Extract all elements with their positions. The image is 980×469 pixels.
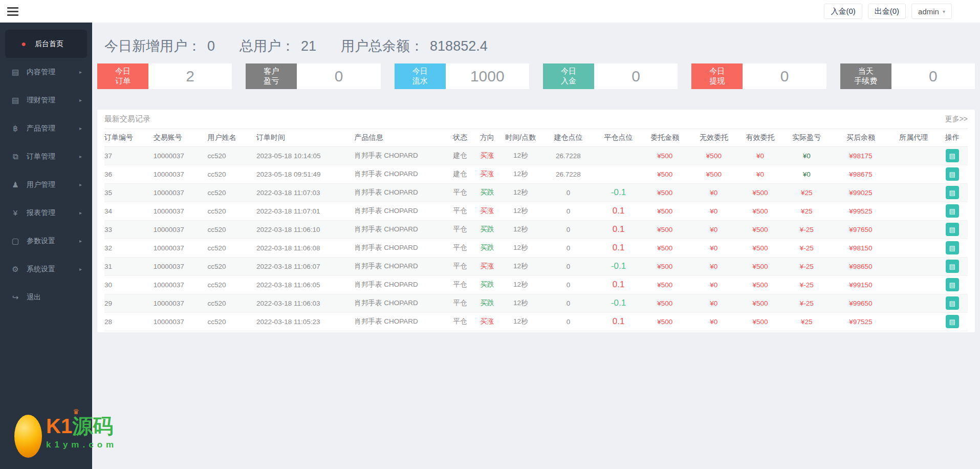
main-content: 今日新增用户： 0 总用户： 21 用户总余额： 818852.4 今日订单2客… — [92, 23, 980, 469]
sidebar-item-reports[interactable]: ¥报表管理▸ — [0, 199, 92, 227]
chevron-right-icon: ▸ — [79, 69, 82, 75]
table-cell: 平仓 — [447, 294, 473, 312]
logo-domain: k1ym.com — [46, 440, 117, 450]
table-cell: 0 — [540, 202, 597, 220]
detail-list-icon: ▤ — [949, 170, 955, 178]
table-cell: 31 — [104, 257, 154, 275]
detail-list-icon: ▤ — [949, 318, 955, 326]
withdraw-button[interactable]: 出金(0) — [868, 4, 906, 19]
table-cell: 0.1 — [597, 312, 641, 331]
table-cell: cc520 — [207, 165, 256, 183]
hamburger-menu-icon[interactable] — [7, 5, 19, 18]
table-cell: 0.1 — [597, 202, 641, 220]
table-cell: ¥500 — [640, 275, 689, 294]
table-cell: 30 — [104, 275, 154, 294]
chevron-right-icon: ▸ — [79, 238, 82, 244]
table-cell: 平仓 — [447, 220, 473, 239]
deposit-button[interactable]: 入金(0) — [824, 4, 862, 19]
sidebar-item-params[interactable]: ▢参数设置▸ — [0, 227, 92, 255]
column-header: 订单时间 — [256, 129, 354, 146]
row-action-button[interactable]: ▤ — [946, 167, 959, 181]
stat-card-label-line: 入金 — [561, 76, 576, 86]
table-cell: 买跌 — [473, 220, 501, 239]
row-action-button[interactable]: ▤ — [946, 315, 959, 328]
table-cell: ¥500 — [738, 220, 782, 239]
table-cell — [890, 294, 937, 312]
table-cell — [890, 220, 937, 239]
table-cell: ¥99150 — [831, 275, 890, 294]
admin-user-dropdown[interactable]: admin ▾ — [911, 4, 952, 19]
table-cell: ¥500 — [640, 294, 689, 312]
table-cell: ¥500 — [640, 257, 689, 275]
row-action-button[interactable]: ▤ — [946, 149, 959, 162]
topbar: 入金(0) 出金(0) admin ▾ — [0, 0, 980, 23]
stat-label: 今日新增用户： — [104, 37, 201, 55]
table-cell: cc520 — [207, 202, 256, 220]
table-cell: 肖邦手表 CHOPARD — [354, 239, 447, 257]
crown-icon: ♛ — [73, 408, 79, 416]
row-action-button[interactable]: ▤ — [946, 223, 959, 236]
sidebar: ●后台首页▤内容管理▸▤理财管理▸฿产品管理▸⧉订单管理▸♟用户管理▸¥报表管理… — [0, 23, 92, 469]
gear-icon: ⚙ — [10, 265, 20, 274]
logo-text: K1♛源码 k1ym.com — [46, 415, 117, 450]
row-action-button[interactable]: ▤ — [946, 260, 959, 273]
table-cell: ▤ — [937, 202, 968, 220]
table-cell: ▤ — [937, 312, 968, 331]
book-icon: ▤ — [10, 68, 20, 77]
logo-ball-icon — [14, 415, 42, 458]
table-row: 2810000037cc5202022-03-18 11:05:23肖邦手表 C… — [104, 312, 968, 331]
sidebar-item-product[interactable]: ฿产品管理▸ — [0, 114, 92, 142]
table-cell: 32 — [104, 239, 154, 257]
row-action-button[interactable]: ▤ — [946, 278, 959, 291]
table-cell: ¥500 — [738, 239, 782, 257]
table-cell: ¥98650 — [831, 257, 890, 275]
sidebar-item-orders[interactable]: ⧉订单管理▸ — [0, 142, 92, 170]
stat-card-label-line: 手续费 — [854, 76, 877, 86]
table-cell: ¥98175 — [831, 146, 890, 165]
table-cell: ¥500 — [640, 202, 689, 220]
sidebar-item-content[interactable]: ▤内容管理▸ — [0, 58, 92, 86]
table-cell: ¥500 — [640, 312, 689, 331]
sidebar-item-home[interactable]: ●后台首页 — [5, 30, 87, 58]
table-cell: ¥0 — [689, 312, 738, 331]
sidebar-item-finance[interactable]: ▤理财管理▸ — [0, 86, 92, 114]
table-cell: 12秒 — [501, 183, 540, 202]
row-action-button[interactable]: ▤ — [946, 204, 959, 218]
table-cell: 肖邦手表 CHOPARD — [354, 220, 447, 239]
row-action-button[interactable]: ▤ — [946, 186, 959, 199]
table-cell: 肖邦手表 CHOPARD — [354, 183, 447, 202]
table-header-row: 订单编号交易账号用户姓名订单时间产品信息状态方向时间/点数建仓点位平仓点位委托金… — [104, 129, 968, 146]
table-cell: ¥500 — [738, 183, 782, 202]
table-cell: 买涨 — [473, 165, 501, 183]
stat-label: 用户总余额： — [341, 37, 424, 55]
row-action-button[interactable]: ▤ — [946, 241, 959, 254]
chevron-right-icon: ▸ — [79, 210, 82, 216]
sidebar-item-label: 报表管理 — [27, 208, 55, 218]
table-body: 3710000037cc5202023-05-18 10:14:05肖邦手表 C… — [104, 146, 968, 331]
table-cell: 2022-03-18 11:07:03 — [256, 183, 354, 202]
sidebar-item-system[interactable]: ⚙系统设置▸ — [0, 255, 92, 283]
table-cell: ¥99525 — [831, 202, 890, 220]
sidebar-item-label: 订单管理 — [27, 152, 55, 161]
table-cell: ¥25 — [782, 183, 831, 202]
table-cell: 建仓 — [447, 146, 473, 165]
stat-card-label-line: 今日 — [709, 67, 725, 76]
table-cell: 35 — [104, 183, 154, 202]
table-cell: ¥99025 — [831, 183, 890, 202]
sidebar-menu: ●后台首页▤内容管理▸▤理财管理▸฿产品管理▸⧉订单管理▸♟用户管理▸¥报表管理… — [0, 30, 92, 311]
more-link[interactable]: 更多>> — [945, 115, 968, 124]
table-cell: 12秒 — [501, 275, 540, 294]
sidebar-item-logout[interactable]: ↪退出 — [0, 283, 92, 311]
table-cell: 买跌 — [473, 294, 501, 312]
table-cell: 平仓 — [447, 202, 473, 220]
bitcoin-icon: ฿ — [10, 124, 20, 133]
column-header: 平仓点位 — [597, 129, 641, 146]
stats-summary: 今日新增用户： 0 总用户： 21 用户总余额： 818852.4 — [104, 37, 975, 55]
table-row: 3410000037cc5202022-03-18 11:07:01肖邦手表 C… — [104, 202, 968, 220]
row-action-button[interactable]: ▤ — [946, 296, 959, 310]
column-header: 操作 — [937, 129, 968, 146]
table-cell: cc520 — [207, 220, 256, 239]
logo-brand-k1: K1 — [46, 415, 72, 437]
sidebar-item-users[interactable]: ♟用户管理▸ — [0, 170, 92, 199]
table-row: 3110000037cc5202022-03-18 11:06:07肖邦手表 C… — [104, 257, 968, 275]
